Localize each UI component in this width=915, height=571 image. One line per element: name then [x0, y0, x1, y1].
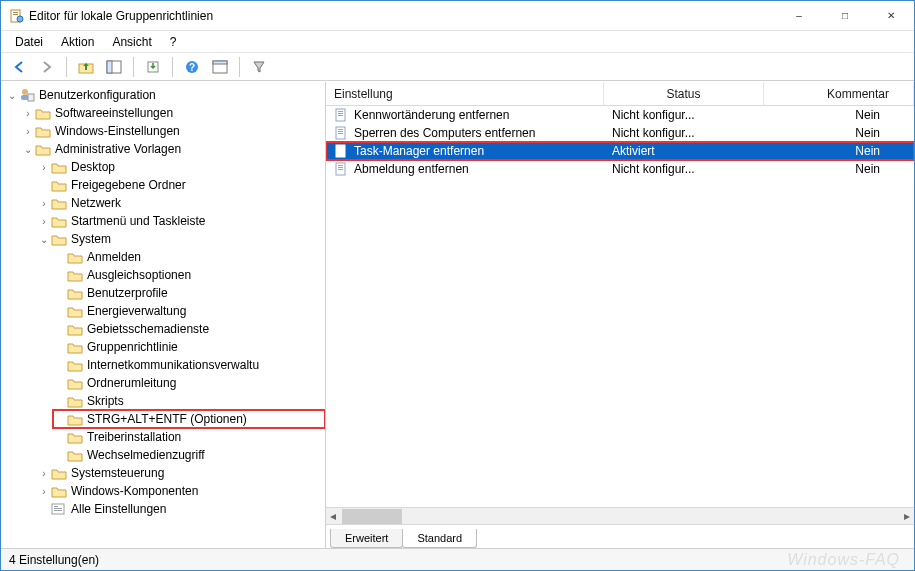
cell-comment: Nein [764, 126, 914, 140]
tree-desktop[interactable]: ›Desktop [37, 158, 325, 176]
col-name[interactable]: Einstellung [326, 82, 604, 105]
cell-name-text: Task-Manager entfernen [354, 144, 484, 158]
toolbar-sep-4 [239, 57, 240, 77]
tree-label: Systemsteuerung [71, 466, 164, 480]
svg-rect-29 [338, 149, 343, 150]
cell-comment: Nein [764, 162, 914, 176]
tree-windows-components[interactable]: ›Windows-Komponenten [37, 482, 325, 500]
help-button[interactable]: ? [180, 55, 204, 79]
tree-system-item[interactable]: Skripts [53, 392, 325, 410]
menubar: Datei Aktion Ansicht ? [1, 31, 914, 53]
svg-rect-26 [338, 133, 343, 134]
cell-name: Sperren des Computers entfernen [326, 126, 604, 140]
tree-system-item[interactable]: Ordnerumleitung [53, 374, 325, 392]
minimize-button[interactable]: – [776, 1, 822, 30]
tree-label: Benutzerkonfiguration [39, 88, 156, 102]
tree-network[interactable]: ›Netzwerk [37, 194, 325, 212]
tree-control-panel[interactable]: ›Systemsteuerung [37, 464, 325, 482]
app-icon [9, 8, 25, 24]
expand-icon: › [37, 486, 51, 497]
toolbar-sep-1 [66, 57, 67, 77]
export-list-button[interactable] [141, 55, 165, 79]
policy-icon [334, 108, 348, 122]
svg-point-12 [22, 89, 28, 95]
tree-system-item[interactable]: Benutzerprofile [53, 284, 325, 302]
tree-startmenu[interactable]: ›Startmenü und Taskleiste [37, 212, 325, 230]
tree-label: Treiberinstallation [87, 430, 181, 444]
forward-button[interactable] [35, 55, 59, 79]
folder-icon [51, 159, 67, 175]
svg-rect-11 [213, 61, 227, 64]
maximize-button[interactable]: □ [822, 1, 868, 30]
svg-rect-34 [338, 169, 343, 170]
svg-rect-28 [338, 147, 343, 148]
col-comment[interactable]: Kommentar [764, 82, 914, 105]
cell-name: Kennwortänderung entfernen [326, 108, 604, 122]
svg-rect-16 [54, 506, 58, 507]
tree-all-settings[interactable]: Alle Einstellungen [37, 500, 325, 518]
tree-system[interactable]: ⌄System [37, 230, 325, 248]
tree-label: Ordnerumleitung [87, 376, 176, 390]
svg-rect-30 [338, 151, 343, 152]
svg-rect-14 [28, 94, 34, 101]
horizontal-scrollbar[interactable]: ◂ ▸ [326, 507, 914, 524]
tree-label: Anmelden [87, 250, 141, 264]
list-row[interactable]: Sperren des Computers entfernen Nicht ko… [326, 124, 914, 142]
toolbar: ? [1, 53, 914, 81]
rows-container[interactable]: Kennwortänderung entfernen Nicht konfigu… [326, 106, 914, 507]
cell-name: Abmeldung entfernen [326, 162, 604, 176]
tree-software[interactable]: ›Softwareeinstellungen [21, 104, 325, 122]
tree-user-config[interactable]: ⌄ Benutzerkonfiguration [5, 86, 325, 104]
menu-help[interactable]: ? [162, 33, 185, 51]
expand-icon: › [37, 162, 51, 173]
tree-system-item[interactable]: Ausgleichsoptionen [53, 266, 325, 284]
tree-label: STRG+ALT+ENTF (Optionen) [87, 412, 247, 426]
close-button[interactable]: ✕ [868, 1, 914, 30]
tree-system-item[interactable]: Gebietsschemadienste [53, 320, 325, 338]
show-hide-tree-button[interactable] [102, 55, 126, 79]
tree-pane[interactable]: ⌄ Benutzerkonfiguration ›Softwareeinstel… [1, 82, 326, 548]
list-row[interactable]: Kennwortänderung entfernen Nicht konfigu… [326, 106, 914, 124]
tree-label: Benutzerprofile [87, 286, 168, 300]
menu-view[interactable]: Ansicht [104, 33, 159, 51]
svg-rect-33 [338, 167, 343, 168]
folder-icon [51, 195, 67, 211]
menu-action[interactable]: Aktion [53, 33, 102, 51]
properties-button[interactable] [208, 55, 232, 79]
list-row[interactable]: Abmeldung entfernen Nicht konfigur... Ne… [326, 160, 914, 178]
tree-system-item[interactable]: Gruppenrichtlinie [53, 338, 325, 356]
tree-label: Startmenü und Taskleiste [71, 214, 206, 228]
scrollbar-thumb[interactable] [342, 509, 402, 524]
svg-rect-2 [13, 14, 18, 15]
tab-extended[interactable]: Erweitert [330, 529, 403, 548]
collapse-icon: ⌄ [21, 144, 35, 155]
policy-icon [334, 162, 348, 176]
tree-label: Windows-Einstellungen [55, 124, 180, 138]
tree-windows[interactable]: ›Windows-Einstellungen [21, 122, 325, 140]
svg-rect-1 [13, 12, 18, 13]
tree-system-item[interactable]: Wechselmedienzugriff [53, 446, 325, 464]
tree-admin-templates[interactable]: ⌄Administrative Vorlagen [21, 140, 325, 158]
content-area: ⌄ Benutzerkonfiguration ›Softwareeinstel… [1, 81, 914, 548]
policy-icon [334, 144, 348, 158]
menu-file[interactable]: Datei [7, 33, 51, 51]
back-button[interactable] [7, 55, 31, 79]
svg-rect-21 [338, 113, 343, 114]
tree-system-item[interactable]: Anmelden [53, 248, 325, 266]
cell-status: Nicht konfigur... [604, 108, 764, 122]
expand-icon: › [37, 468, 51, 479]
tree-system-item[interactable]: Energieverwaltung [53, 302, 325, 320]
tree-system-item[interactable]: STRG+ALT+ENTF (Optionen) [53, 410, 325, 428]
cell-name-text: Sperren des Computers entfernen [354, 126, 535, 140]
tab-standard[interactable]: Standard [402, 529, 477, 548]
folder-icon [67, 303, 83, 319]
window-buttons: – □ ✕ [776, 1, 914, 30]
statusbar: 4 Einstellung(en) Windows-FAQ [1, 548, 914, 570]
filter-button[interactable] [247, 55, 271, 79]
tree-system-item[interactable]: Internetkommunikationsverwaltu [53, 356, 325, 374]
list-row[interactable]: Task-Manager entfernen Aktiviert Nein [326, 142, 914, 160]
tree-shared-folders[interactable]: Freigegebene Ordner [37, 176, 325, 194]
col-status[interactable]: Status [604, 82, 764, 105]
tree-system-item[interactable]: Treiberinstallation [53, 428, 325, 446]
up-folder-button[interactable] [74, 55, 98, 79]
